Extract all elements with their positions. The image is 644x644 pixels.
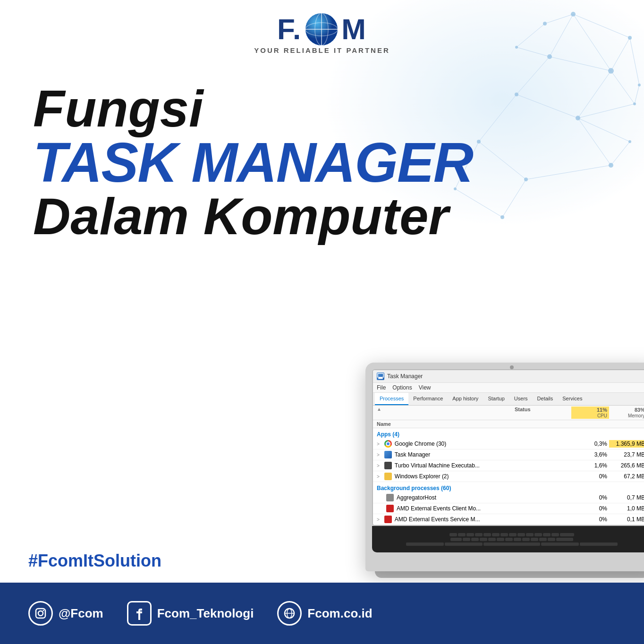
key [492, 533, 500, 536]
turbo-label: Turbo Virtual Machine Executab... [395, 462, 480, 469]
tm-cpu: 3,6% [571, 451, 609, 458]
section-background: Background processes (60) [373, 482, 644, 492]
logo-f: F. [277, 15, 302, 44]
key [551, 533, 559, 536]
web-icon [277, 601, 302, 626]
expand-icon-tm[interactable]: > [377, 452, 380, 458]
key [522, 538, 530, 541]
amd-service-icon [384, 516, 392, 523]
folder-icon [384, 473, 392, 480]
aggregator-cpu: 0% [571, 494, 609, 501]
key [466, 533, 474, 536]
key [406, 542, 444, 546]
chrome-cpu: 0,3% [571, 440, 609, 448]
key [475, 533, 483, 536]
col-cpu-header: 11%CPU [571, 407, 609, 419]
tab-startup[interactable]: Startup [483, 393, 509, 405]
svg-point-42 [305, 13, 338, 45]
process-name-chrome: > Google Chrome (30) [377, 440, 515, 448]
key [483, 542, 540, 546]
svg-point-44 [305, 23, 338, 36]
chrome-icon [384, 440, 392, 448]
tab-users[interactable]: Users [509, 393, 533, 405]
key [514, 538, 521, 541]
col-status-label [515, 421, 571, 427]
table-row: > Task Manager 3,6% 23,7 MB [373, 449, 644, 460]
facebook-label: Fcom_Teknologi [157, 606, 254, 621]
laptop-container: Task Manager File Options View Processes… [365, 363, 644, 578]
process-name-amd-service: > AMD External Events Service M... [377, 516, 515, 523]
main-title-block: Fungsi TASK MANAGER Dalam Komputer [0, 54, 644, 242]
aggregator-label: AggregatorHost [397, 494, 436, 501]
chrome-memory: 1.365,9 MB [609, 440, 644, 448]
key [539, 538, 547, 541]
laptop-outer: Task Manager File Options View Processes… [365, 363, 644, 571]
turbo-memory: 265,6 MB [609, 462, 644, 469]
amd-client-memory: 1,0 MB [609, 505, 644, 512]
svg-point-51 [38, 611, 43, 616]
key [560, 533, 574, 536]
explorer-cpu: 0% [571, 473, 609, 480]
logo-container: F. M YOUR [254, 13, 390, 54]
amd-client-cpu: 0% [571, 505, 609, 512]
key [488, 538, 496, 541]
menu-view[interactable]: View [419, 384, 431, 391]
tab-services[interactable]: Services [558, 393, 587, 405]
keyboard-row-1 [377, 533, 644, 536]
amd-client-label: AMD External Events Client Mo... [397, 505, 481, 512]
svg-point-52 [43, 610, 44, 611]
table-row: > Windows Explorer (2) 0% 67,2 MB [373, 471, 644, 482]
social-instagram[interactable]: @Fcom [28, 601, 103, 626]
key [500, 533, 508, 536]
logo-m: M [341, 15, 367, 44]
key [449, 533, 457, 536]
col-memory-header: 83%Memory [609, 407, 644, 419]
taskmanager-icon [377, 373, 384, 380]
tab-processes[interactable]: Processes [375, 393, 408, 405]
key [541, 542, 579, 546]
tm-label: Task Manager [395, 451, 430, 458]
instagram-icon [28, 601, 53, 626]
key [458, 533, 466, 536]
tab-performance[interactable]: Performance [408, 393, 448, 405]
tab-details[interactable]: Details [533, 393, 558, 405]
headline-line1: Fungsi [33, 83, 644, 135]
expand-icon-amd-service[interactable]: > [377, 517, 380, 522]
social-facebook[interactable]: Fcom_Teknologi [127, 601, 254, 626]
table-row: > AMD External Events Service M... 0% 0,… [373, 514, 644, 525]
hashtag-text: #FcomItSolution [28, 551, 161, 571]
expand-icon-turbo[interactable]: > [377, 463, 380, 468]
explorer-label: Windows Explorer (2) [395, 473, 449, 480]
sort-name-arrow[interactable]: ▲ [377, 407, 515, 419]
aggregator-icon [386, 494, 394, 501]
aggregator-memory: 0,7 MB [609, 494, 644, 501]
key [497, 538, 504, 541]
laptop-keyboard [372, 526, 644, 552]
turbo-cpu: 1,6% [571, 462, 609, 469]
key [580, 542, 618, 546]
tab-app-history[interactable]: App history [448, 393, 483, 405]
key [548, 538, 555, 541]
laptop-camera [510, 365, 514, 369]
chrome-label: Google Chrome (30) [395, 441, 446, 447]
tm-icon [384, 451, 392, 458]
key [450, 538, 462, 541]
logo-text: F. M [277, 13, 367, 45]
taskmanager-title: Task Manager [387, 373, 423, 380]
logo-tagline: YOUR RELIABLE IT PARTNER [254, 46, 390, 54]
bottom-bar: @Fcom Fcom_Teknologi Fcom.co.id [0, 583, 644, 644]
taskmanager-titlebar: Task Manager [373, 370, 644, 383]
social-web[interactable]: Fcom.co.id [277, 601, 372, 626]
menu-options[interactable]: Options [392, 384, 412, 391]
svg-rect-47 [378, 373, 383, 377]
taskmanager-tabs: Processes Performance App history Startu… [373, 393, 644, 406]
process-name-aggregator: AggregatorHost [377, 494, 515, 501]
expand-icon-chrome[interactable]: > [377, 441, 380, 447]
col-name-label: Name [377, 421, 515, 427]
key [471, 538, 479, 541]
menu-file[interactable]: File [377, 384, 386, 391]
table-row: > Google Chrome (30) 0,3% 1.365,9 MB [373, 439, 644, 449]
instagram-label: @Fcom [59, 606, 103, 621]
expand-icon-explorer[interactable]: > [377, 474, 380, 479]
key [505, 538, 513, 541]
